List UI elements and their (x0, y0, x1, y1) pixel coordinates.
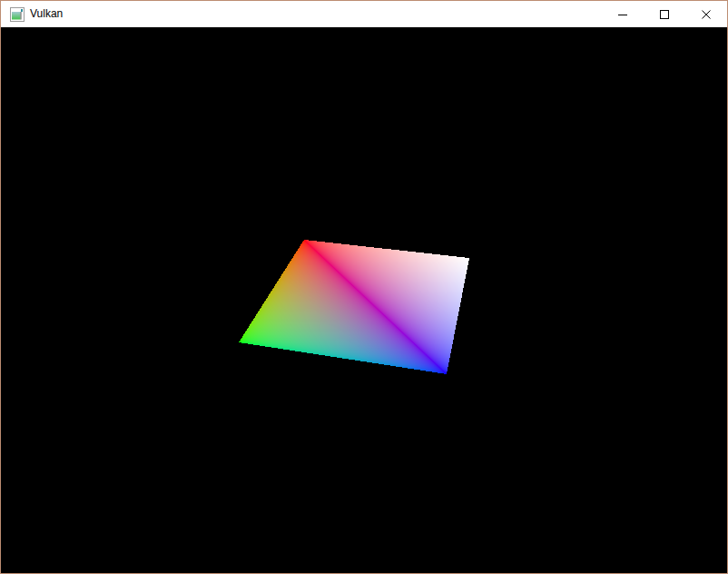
close-icon (702, 10, 711, 19)
window-title: Vulkan (30, 1, 63, 27)
maximize-button[interactable] (644, 1, 685, 27)
app-icon[interactable] (10, 7, 25, 22)
close-button[interactable] (685, 1, 727, 27)
titlebar[interactable]: Vulkan (1, 1, 727, 27)
maximize-icon (660, 10, 669, 19)
viewport-area (1, 27, 727, 573)
app-window: Vulkan (0, 0, 728, 574)
minimize-button[interactable] (602, 1, 644, 27)
window-controls (602, 1, 727, 27)
vulkan-viewport (1, 27, 727, 573)
minimize-icon (618, 10, 627, 19)
